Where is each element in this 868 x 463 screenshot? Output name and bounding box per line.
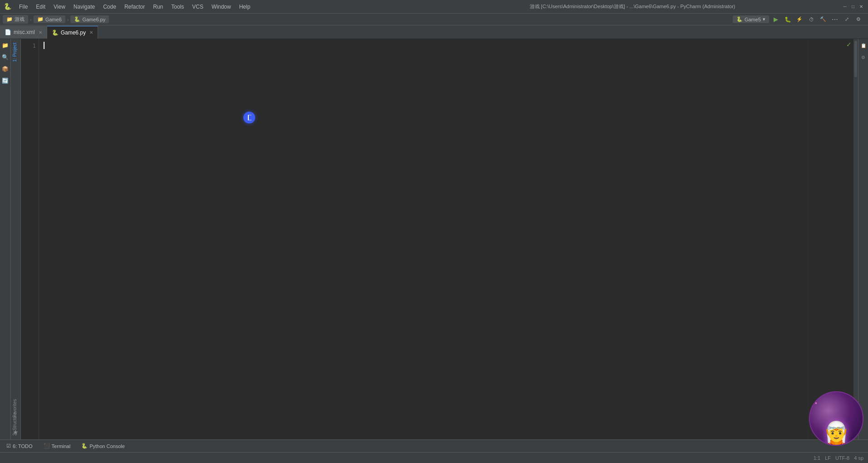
line-separator[interactable]: LF — [825, 455, 831, 461]
close-misc-xml[interactable]: ✕ — [39, 30, 42, 35]
menu-edit[interactable]: Edit — [32, 3, 49, 11]
run-with-coverage-button[interactable]: ⚡ — [794, 15, 804, 25]
app-icon: 🐍 — [4, 3, 12, 11]
editor-tabs: 📄 misc.xml ✕ 🐍 Game6.py ✕ — [0, 25, 868, 39]
close-game6-py[interactable]: ✕ — [89, 30, 93, 35]
project-panel-label[interactable]: 1: Project — [11, 39, 20, 65]
terminal-icon: ⬛ — [44, 443, 50, 449]
scroll-thumb[interactable] — [854, 41, 857, 77]
right-panel-icon-2[interactable]: ⚙ — [859, 53, 868, 62]
menu-help[interactable]: Help — [236, 3, 254, 11]
sidebar-project-icon[interactable]: 📁 — [1, 41, 10, 50]
favorites-star-icon[interactable]: ★ — [13, 429, 19, 436]
indent-size[interactable]: 4 sp — [854, 455, 863, 461]
profile-button[interactable]: ⏱ — [806, 15, 816, 25]
text-cursor — [44, 42, 44, 49]
menu-code[interactable]: Code — [99, 3, 120, 11]
breadcrumb-game6-folder[interactable]: 📁 Game6 — [34, 15, 65, 23]
minimap — [808, 39, 853, 439]
todo-panel-button[interactable]: ☑ 6: TODO — [4, 442, 35, 450]
maximize-button[interactable]: □ — [850, 4, 856, 10]
breadcrumb-label-1: 游戏 — [15, 16, 25, 23]
folder-icon: 📁 — [6, 16, 13, 22]
breadcrumb-label-3: Game6.py — [82, 17, 105, 22]
build-button[interactable]: 🔨 — [818, 15, 828, 25]
python-console-label: Python Console — [89, 443, 125, 449]
run-config-icon: 🐍 — [736, 16, 743, 22]
menu-bar: File Edit View Navigate Code Refactor Ru… — [15, 3, 427, 11]
run-configuration[interactable]: 🐍 Game5 ▾ — [733, 15, 769, 23]
left-sidebar: 📁 🔍 📦 🔄 — [0, 39, 11, 439]
editor-area[interactable]: 1 ✓ — [21, 39, 858, 439]
tab-label-misc: misc.xml — [14, 29, 35, 35]
window-controls: ─ □ ✕ — [842, 4, 864, 10]
status-right: 1:1 LF UTF-8 4 sp — [814, 455, 863, 461]
cursor-line — [44, 42, 804, 49]
status-bar: 1:1 LF UTF-8 4 sp — [0, 452, 868, 463]
tab-label-game6: Game6.py — [61, 30, 86, 36]
tab-misc-xml[interactable]: 📄 misc.xml ✕ — [0, 26, 47, 39]
inspection-ok-icon: ✓ — [846, 41, 852, 48]
menu-run[interactable]: Run — [149, 3, 167, 11]
close-button[interactable]: ✕ — [858, 4, 864, 10]
menu-window[interactable]: Window — [208, 3, 235, 11]
toolbar-right: 🐍 Game5 ▾ ▶ 🐛 ⚡ ⏱ 🔨 ⋯ ⤢ ⚙ — [731, 15, 865, 25]
settings-button[interactable]: ⚙ — [853, 15, 863, 25]
main-layout: 📁 🔍 📦 🔄 1: Project 2: Structure Favorite… — [0, 39, 868, 439]
menu-tools[interactable]: Tools — [168, 3, 187, 11]
right-panel-icon-1[interactable]: 📋 — [859, 41, 868, 50]
scroll-track — [853, 41, 858, 439]
run-config-label: Game5 — [745, 17, 761, 22]
misc-xml-icon: 📄 — [5, 29, 11, 35]
menu-file[interactable]: File — [15, 3, 31, 11]
tab-game6-py[interactable]: 🐍 Game6.py ✕ — [47, 26, 98, 39]
expand-button[interactable]: ⤢ — [842, 15, 852, 25]
sidebar-vcs-icon[interactable]: 🔄 — [1, 76, 10, 85]
line-numbers: 1 — [21, 39, 39, 439]
todo-label: 6: TODO — [13, 443, 33, 449]
debug-button[interactable]: 🐛 — [783, 15, 793, 25]
game6-py-icon: 🐍 — [52, 30, 59, 36]
title-bar: 🐍 File Edit View Navigate Code Refactor … — [0, 0, 868, 14]
folder2-icon: 📁 — [37, 16, 44, 22]
menu-vcs[interactable]: VCS — [188, 3, 207, 11]
code-editor[interactable] — [39, 39, 808, 439]
menu-view[interactable]: View — [50, 3, 69, 11]
sidebar-packages-icon[interactable]: 📦 — [1, 64, 10, 74]
cursor-position[interactable]: 1:1 — [814, 455, 820, 461]
menu-navigate[interactable]: Navigate — [70, 3, 99, 11]
run-button[interactable]: ▶ — [771, 15, 781, 25]
todo-icon: ☑ — [6, 443, 11, 449]
vertical-scrollbar[interactable] — [853, 39, 858, 439]
breadcrumb-sep-2: › — [67, 17, 69, 22]
right-panels: 📋 ⚙ — [858, 39, 868, 439]
cursor-indicator — [243, 112, 255, 123]
breadcrumb-label-2: Game6 — [45, 17, 62, 22]
sidebar-search-icon[interactable]: 🔍 — [1, 53, 10, 62]
minimize-button[interactable]: ─ — [842, 4, 848, 10]
window-title: 游戏 [C:\Users\Administrator\Desktop\游戏] -… — [427, 3, 838, 10]
python-console-icon: 🐍 — [81, 443, 88, 449]
left-panels: 1: Project 2: Structure Favorites ★ — [11, 39, 21, 439]
python-file-icon: 🐍 — [74, 16, 80, 22]
breadcrumb-game[interactable]: 📁 游戏 — [3, 15, 28, 24]
cursor-shape — [248, 115, 252, 120]
bottom-toolbar: ☑ 6: TODO ⬛ Terminal 🐍 Python Console — [0, 439, 868, 452]
breadcrumb-sep-1: › — [30, 17, 32, 22]
terminal-button[interactable]: ⬛ Terminal — [41, 442, 74, 450]
nav-breadcrumb-bar: 📁 游戏 › 📁 Game6 › 🐍 Game6.py 🐍 Game5 ▾ ▶ … — [0, 14, 868, 25]
python-console-button[interactable]: 🐍 Python Console — [79, 442, 128, 450]
line-number-1: 1 — [21, 42, 36, 50]
run-config-chevron: ▾ — [763, 16, 765, 22]
file-encoding[interactable]: UTF-8 — [835, 455, 849, 461]
breadcrumb-game6-py[interactable]: 🐍 Game6.py — [70, 15, 109, 23]
favorites-panel-label[interactable]: Favorites — [11, 395, 19, 421]
terminal-label: Terminal — [52, 443, 71, 449]
menu-refactor[interactable]: Refactor — [121, 3, 148, 11]
more-actions-button[interactable]: ⋯ — [830, 15, 840, 25]
